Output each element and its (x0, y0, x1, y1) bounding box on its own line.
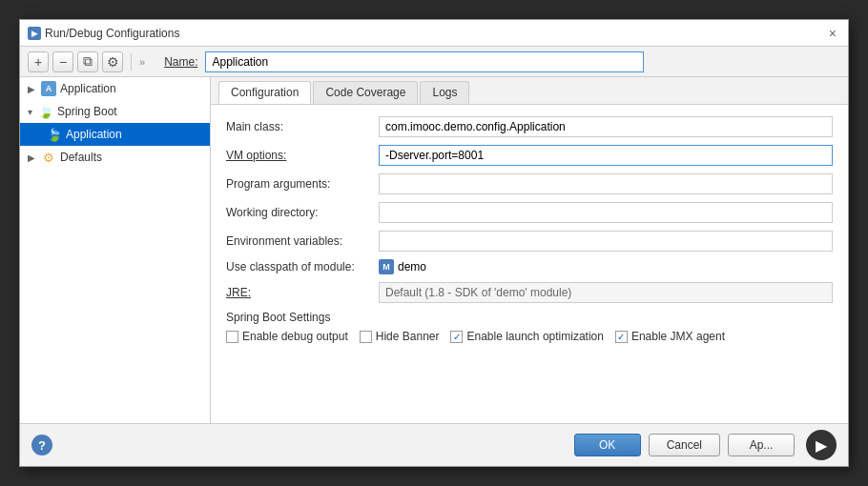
settings-button[interactable]: ⚙ (102, 51, 123, 72)
tab-code-coverage[interactable]: Code Coverage (313, 81, 418, 104)
help-button[interactable]: ? (31, 435, 52, 456)
spring-boot-section-title: Spring Boot Settings (226, 311, 833, 324)
dialog-title: Run/Debug Configurations (45, 27, 179, 40)
cancel-button[interactable]: Cancel (649, 434, 720, 456)
checkbox-hide-banner[interactable]: Hide Banner (360, 330, 440, 343)
ok-button[interactable]: OK (574, 434, 641, 456)
main-class-label: Main class: (226, 120, 379, 133)
classpath-row: Use classpath of module: M demo (226, 259, 833, 274)
spring-icon-small: 🍃 (47, 127, 62, 142)
name-label: Name: (164, 55, 197, 69)
toolbar-separator (131, 53, 132, 71)
checkbox-launch-opt-icon[interactable]: ✓ (450, 331, 463, 343)
vm-options-input[interactable] (379, 145, 833, 166)
copy-button[interactable]: ⧉ (77, 51, 98, 72)
checkbox-launch-opt[interactable]: ✓ Enable launch optimization (450, 330, 603, 343)
checkbox-jmx-agent-label: Enable JMX agent (631, 330, 725, 343)
program-args-label: Program arguments: (226, 177, 379, 191)
main-class-row: Main class: (226, 116, 833, 137)
expand-arrow-spring: ▾ (28, 107, 32, 117)
jre-input[interactable] (379, 282, 833, 303)
title-bar: ▶ Run/Debug Configurations × (20, 20, 848, 47)
run-debug-dialog: ▶ Run/Debug Configurations × + − ⧉ ⚙ » N… (19, 19, 849, 467)
sidebar-item-application-parent[interactable]: ▶ A Application (20, 77, 210, 100)
working-dir-row: Working directory: (226, 202, 833, 223)
checkbox-debug-output[interactable]: Enable debug output (226, 330, 348, 343)
sidebar: ▶ A Application ▾ 🍃 Spring Boot 🍃 Applic… (20, 77, 211, 423)
apply-button[interactable]: Ap... (728, 434, 795, 456)
add-button[interactable]: + (28, 51, 49, 72)
vm-options-label: VM options: (226, 149, 379, 162)
title-bar-left: ▶ Run/Debug Configurations (28, 27, 179, 40)
expand-arrow-defaults: ▶ (28, 152, 35, 163)
expand-arrow: ▶ (28, 84, 35, 94)
bottom-bar: ? OK Cancel Ap... ▶ (20, 423, 848, 466)
spring-icon: 🍃 (38, 104, 53, 119)
sidebar-label-application: Application (60, 82, 116, 95)
module-row: M demo (379, 259, 426, 274)
tab-logs[interactable]: Logs (420, 81, 469, 104)
remove-button[interactable]: − (52, 51, 73, 72)
checkbox-hide-banner-label: Hide Banner (376, 330, 440, 343)
sidebar-label-application-child: Application (66, 128, 122, 141)
sidebar-item-defaults[interactable]: ▶ ⚙ Defaults (20, 146, 210, 169)
classpath-value: demo (398, 260, 426, 273)
working-dir-label: Working directory: (226, 206, 379, 219)
toolbar: + − ⧉ ⚙ » Name: (20, 47, 848, 77)
working-dir-input[interactable] (379, 202, 833, 223)
module-icon: M (379, 259, 394, 274)
checkbox-hide-banner-icon[interactable] (360, 331, 372, 343)
jre-row: JRE: (226, 282, 833, 303)
sidebar-label-spring-boot: Spring Boot (57, 105, 117, 118)
classpath-label: Use classpath of module: (226, 260, 379, 273)
form: Main class: VM options: Program argument… (211, 105, 848, 423)
sidebar-item-spring-boot[interactable]: ▾ 🍃 Spring Boot (20, 100, 210, 123)
bottom-right: OK Cancel Ap... ▶ (574, 430, 837, 460)
tabs: Configuration Code Coverage Logs (211, 77, 848, 105)
tab-configuration[interactable]: Configuration (218, 81, 311, 104)
env-vars-row: Environment variables: (226, 231, 833, 252)
play-button[interactable]: ▶ (806, 430, 837, 460)
app-icon: A (41, 81, 56, 96)
program-args-row: Program arguments: (226, 173, 833, 194)
checkbox-jmx-agent-icon[interactable]: ✓ (615, 331, 628, 343)
content: ▶ A Application ▾ 🍃 Spring Boot 🍃 Applic… (20, 77, 848, 423)
checkbox-row: Enable debug output Hide Banner ✓ Enable… (226, 330, 833, 343)
main-class-input[interactable] (379, 116, 833, 137)
main-panel: Configuration Code Coverage Logs Main cl… (211, 77, 848, 423)
sidebar-item-application-child[interactable]: 🍃 Application (20, 123, 210, 146)
arrows-button[interactable]: » (139, 56, 145, 68)
close-button[interactable]: × (825, 26, 840, 41)
env-vars-input[interactable] (379, 231, 833, 252)
program-args-input[interactable] (379, 173, 833, 194)
checkbox-debug-icon[interactable] (226, 331, 238, 343)
checkbox-debug-label: Enable debug output (242, 330, 348, 343)
vm-options-row: VM options: (226, 145, 833, 166)
checkbox-launch-opt-label: Enable launch optimization (466, 330, 603, 343)
checkbox-jmx-agent[interactable]: ✓ Enable JMX agent (615, 330, 725, 343)
jre-label: JRE: (226, 286, 379, 299)
name-input[interactable] (205, 51, 644, 72)
bottom-left: ? (31, 435, 52, 456)
env-vars-label: Environment variables: (226, 234, 379, 248)
dialog-icon: ▶ (28, 27, 41, 40)
defaults-icon: ⚙ (41, 150, 56, 165)
sidebar-label-defaults: Defaults (60, 151, 102, 164)
name-row: Name: (164, 51, 644, 72)
